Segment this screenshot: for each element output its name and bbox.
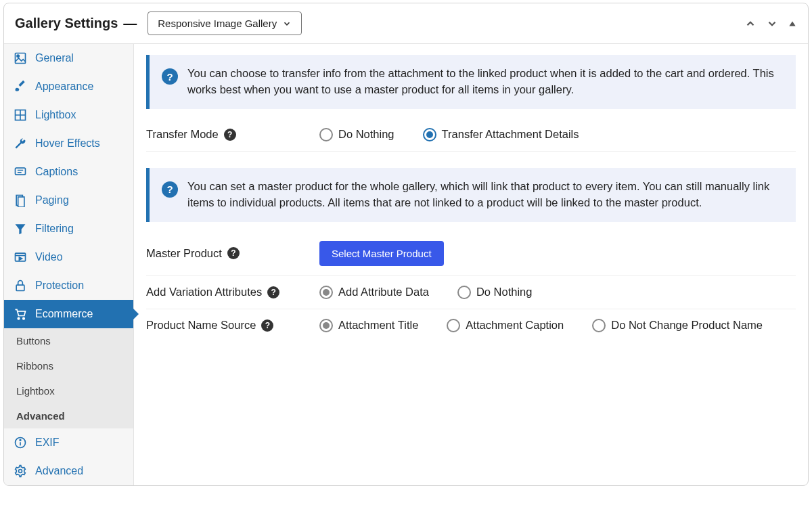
radio-transfer-details[interactable]: Transfer Attachment Details (423, 128, 579, 141)
radio-label: Do Not Change Product Name (611, 319, 763, 332)
sidebar-item-label: Advanced (35, 465, 83, 477)
label-transfer-mode: Transfer Mode (146, 128, 219, 141)
svg-rect-15 (16, 285, 24, 290)
svg-point-17 (23, 317, 25, 319)
svg-point-16 (18, 317, 20, 319)
wrench-icon (14, 137, 27, 150)
sidebar-item-filtering[interactable]: Filtering (4, 215, 133, 243)
svg-rect-1 (16, 53, 26, 64)
sidebar-item-label: Captions (35, 166, 78, 178)
sidebar-item-appearance[interactable]: Appearance (4, 72, 133, 101)
settings-panel: Gallery Settings — Responsive Image Gall… (3, 3, 809, 486)
radio-label: Add Attribute Data (338, 286, 429, 298)
radio-icon (319, 128, 333, 141)
question-icon: ? (162, 68, 178, 85)
svg-point-20 (20, 439, 21, 441)
label-variation-attrs: Add Variation Attributes (146, 286, 262, 298)
help-icon[interactable]: ? (261, 319, 273, 332)
svg-marker-11 (16, 224, 26, 234)
radio-label: Do Nothing (338, 128, 394, 141)
gear-icon (14, 464, 27, 478)
template-dropdown[interactable]: Responsive Image Gallery (148, 12, 302, 35)
radio-label: Do Nothing (476, 286, 533, 298)
radio-label: Attachment Title (338, 319, 418, 332)
radio-add-attribute[interactable]: Add Attribute Data (319, 286, 429, 299)
lock-icon (14, 279, 27, 292)
sidebar-item-hover-effects[interactable]: Hover Effects (4, 129, 133, 158)
brush-icon (14, 80, 27, 93)
svg-marker-0 (789, 21, 795, 26)
sidebar-item-ecommerce[interactable]: Ecommerce (4, 300, 133, 328)
svg-point-2 (17, 55, 19, 57)
sidebar-item-label: EXIF (35, 437, 60, 449)
subitem-buttons[interactable]: Buttons (4, 328, 133, 353)
info-text: You can set a master product for the who… (187, 179, 784, 211)
radio-attachment-caption[interactable]: Attachment Caption (447, 319, 564, 332)
sidebar-item-label: Ecommerce (35, 308, 93, 320)
info-box-transfer: ? You can choose to transfer info from t… (146, 55, 796, 109)
label-product-name-source: Product Name Source (146, 319, 256, 332)
radio-label: Transfer Attachment Details (442, 128, 579, 141)
image-icon (14, 51, 27, 65)
sidebar-item-label: Protection (35, 280, 84, 292)
sidebar-item-label: Video (35, 251, 63, 263)
sidebar-item-label: Paging (35, 194, 69, 206)
sidebar: General Appearance Lightbox Hover Effect… (4, 44, 134, 485)
sidebar-item-video[interactable]: Video (4, 243, 133, 271)
radio-icon (319, 319, 333, 332)
info-text: You can choose to transfer info from the… (187, 66, 784, 98)
sidebar-item-protection[interactable]: Protection (4, 271, 133, 300)
info-box-master: ? You can set a master product for the w… (146, 168, 796, 222)
select-master-product-button[interactable]: Select Master Product (319, 241, 444, 266)
row-master-product: Master Product ? Select Master Product (146, 231, 796, 276)
sidebar-item-label: General (35, 52, 74, 64)
sidebar-item-label: Appearance (35, 81, 93, 93)
radio-icon (319, 286, 333, 299)
sidebar-item-exif[interactable]: EXIF (4, 428, 133, 457)
help-icon[interactable]: ? (227, 247, 240, 259)
sidebar-item-paging[interactable]: Paging (4, 186, 133, 215)
radio-attachment-title[interactable]: Attachment Title (319, 319, 418, 332)
info-icon (14, 436, 27, 449)
page-icon (14, 194, 27, 207)
svg-rect-10 (18, 197, 24, 207)
radio-icon (423, 128, 436, 141)
grid-icon (14, 108, 27, 122)
content-area: ? You can choose to transfer info from t… (134, 44, 808, 485)
minus-icon[interactable]: — (123, 16, 137, 31)
sidebar-item-lightbox[interactable]: Lightbox (4, 101, 133, 129)
sidebar-item-label: Lightbox (35, 109, 76, 121)
help-icon[interactable]: ? (224, 129, 236, 141)
sidebar-item-label: Filtering (35, 223, 74, 235)
chevron-up-icon[interactable] (744, 18, 757, 30)
question-icon: ? (162, 181, 178, 198)
panel-title: Gallery Settings (15, 16, 118, 31)
sidebar-item-captions[interactable]: Captions (4, 158, 133, 186)
collapse-icon[interactable] (788, 19, 797, 28)
sidebar-item-label: Hover Effects (35, 137, 100, 150)
sidebar-item-advanced[interactable]: Advanced (4, 457, 133, 485)
filter-icon (14, 222, 27, 236)
radio-do-nothing-var[interactable]: Do Nothing (457, 286, 533, 299)
sidebar-item-general[interactable]: General (4, 44, 133, 72)
sidebar-subitems: Buttons Ribbons Lightbox Advanced (4, 328, 133, 428)
caption-icon (14, 165, 27, 179)
svg-marker-14 (19, 257, 22, 260)
radio-label: Attachment Caption (466, 319, 564, 332)
svg-rect-6 (16, 168, 26, 175)
dropdown-value: Responsive Image Gallery (158, 18, 277, 29)
radio-no-change[interactable]: Do Not Change Product Name (592, 319, 763, 332)
subitem-advanced[interactable]: Advanced (4, 403, 133, 428)
subitem-lightbox[interactable]: Lightbox (4, 378, 133, 403)
row-product-name-source: Product Name Source ? Attachment Title A… (146, 309, 796, 342)
radio-icon (447, 319, 460, 332)
radio-icon (592, 319, 606, 332)
help-icon[interactable]: ? (267, 286, 279, 298)
subitem-ribbons[interactable]: Ribbons (4, 353, 133, 378)
row-variation-attrs: Add Variation Attributes ? Add Attribute… (146, 276, 796, 309)
radio-do-nothing[interactable]: Do Nothing (319, 128, 394, 141)
cart-icon (14, 307, 27, 321)
video-icon (14, 250, 27, 264)
panel-header: Gallery Settings — Responsive Image Gall… (4, 3, 808, 44)
chevron-down-icon[interactable] (766, 18, 778, 30)
